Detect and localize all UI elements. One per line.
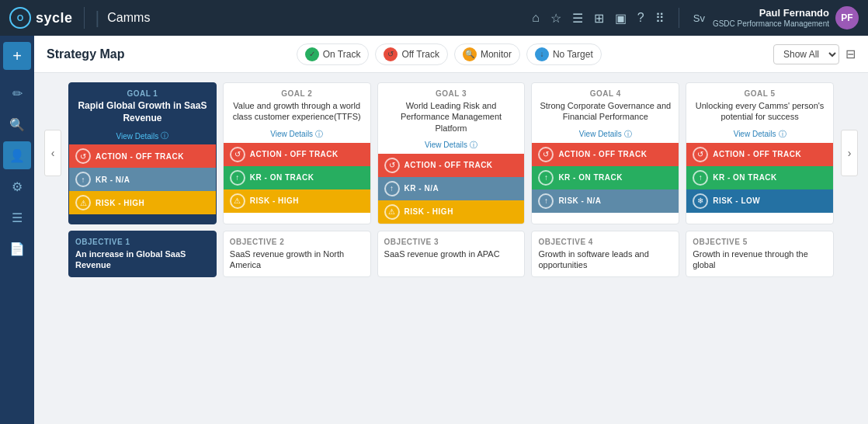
user-subtitle: GSDC Performance Management: [713, 19, 829, 29]
logo-circle: O: [9, 7, 31, 29]
goal-5-kr-text: KR - ON TRACK: [713, 173, 777, 182]
goal-1-risk-status[interactable]: ⚠ RISK - HIGH: [69, 191, 216, 214]
goal-3-info-icon: ⓘ: [470, 140, 477, 151]
goal-3-kr-status[interactable]: ↑ KR - N/A: [378, 177, 525, 200]
goal-2-action-status[interactable]: ↺ ACTION - OFF TRACK: [224, 143, 370, 166]
nav-icon-group: ⌂ ☆ ☰ ⊞ ▣ ? ⠿ Sv: [532, 8, 705, 28]
sidebar-item-edit[interactable]: ✏: [3, 79, 31, 107]
goals-row: ‹ GOAL 1 Rapid Global Growth in SaaS Rev…: [43, 82, 859, 224]
goal-5-action-icon: ↺: [693, 147, 708, 162]
goal-3-label: GOAL 3: [384, 89, 519, 98]
goal-3-view-details[interactable]: View Details ⓘ: [378, 137, 525, 154]
goal-5-statuses: ↺ ACTION - OFF TRACK ↑ KR - ON TRACK ❄ R…: [686, 143, 833, 213]
goal-4-header: GOAL 4 Strong Corporate Governance and F…: [532, 83, 679, 126]
brand-name: sycle: [36, 10, 73, 26]
goal-1-view-details[interactable]: View Details ⓘ: [69, 127, 216, 144]
goal-4-kr-icon: ↑: [538, 170, 554, 186]
goal-1-action-icon: ↺: [75, 148, 91, 164]
home-icon[interactable]: ⌂: [532, 11, 540, 25]
goal-4-view-details-text: View Details: [579, 130, 622, 138]
apps-icon[interactable]: ⠿: [655, 11, 665, 26]
goal-2-kr-status[interactable]: ↑ KR - ON TRACK: [224, 166, 370, 189]
monitor-badge[interactable]: 🔍 Monitor: [454, 43, 520, 65]
goal-5-risk-status[interactable]: ❄ RISK - LOW: [686, 189, 833, 213]
sidebar-item-list[interactable]: ☰: [3, 203, 31, 231]
goal-5-view-details[interactable]: View Details ⓘ: [686, 126, 833, 143]
objective-card-5[interactable]: OBJECTIVE 5 Growth in revenue through th…: [686, 231, 834, 278]
avatar[interactable]: PF: [835, 6, 859, 30]
left-arrow-button[interactable]: ‹: [44, 130, 61, 176]
obj-3-label: OBJECTIVE 3: [384, 238, 519, 246]
help-icon[interactable]: ?: [637, 11, 644, 25]
app-logo[interactable]: O sycle: [9, 7, 85, 29]
page-title: Strategy Map: [47, 47, 124, 61]
goal-4-info-icon: ⓘ: [624, 129, 632, 140]
goal-4-action-text: ACTION - OFF TRACK: [558, 150, 647, 158]
menu-icon[interactable]: ☰: [572, 11, 583, 26]
goal-2-risk-icon: ⚠: [230, 193, 245, 209]
goal-3-kr-icon: ↑: [384, 181, 400, 196]
sidebar-item-document[interactable]: 📄: [3, 235, 31, 262]
right-arrow-button[interactable]: ›: [841, 130, 858, 176]
goal-2-view-details[interactable]: View Details ⓘ: [224, 126, 370, 143]
goal-4-action-status[interactable]: ↺ ACTION - OFF TRACK: [532, 143, 679, 166]
obj-5-title: Growth in revenue through the global: [693, 248, 827, 271]
right-arrow-area: ›: [840, 82, 859, 224]
sidebar-item-user[interactable]: 👤: [3, 141, 31, 169]
goal-4-kr-status[interactable]: ↑ KR - ON TRACK: [532, 166, 679, 189]
goal-3-risk-icon: ⚠: [384, 204, 400, 220]
goal-1-kr-icon: ↑: [75, 172, 91, 187]
filter-button[interactable]: ⊟: [845, 47, 856, 61]
goal-2-header: GOAL 2 Value and growth through a world …: [224, 83, 370, 126]
obj-right-spacer: [840, 231, 859, 278]
goal-4-risk-icon: ↑: [538, 193, 554, 209]
nav-divider-pipe: |: [95, 8, 100, 28]
star-icon[interactable]: ☆: [550, 11, 561, 26]
on-track-badge[interactable]: ✓ On Track: [297, 43, 370, 65]
goal-4-view-details[interactable]: View Details ⓘ: [532, 126, 679, 143]
goal-1-risk-text: RISK - HIGH: [95, 199, 144, 207]
goal-3-kr-text: KR - N/A: [404, 184, 439, 193]
objective-card-1[interactable]: OBJECTIVE 1 An increase in Global SaaS R…: [68, 231, 217, 278]
goal-5-title: Unlocking every Camms' person's potentia…: [693, 100, 827, 123]
goal-1-action-status[interactable]: ↺ ACTION - OFF TRACK: [69, 144, 216, 168]
obj-4-title: Growth in software leads and opportuniti…: [538, 248, 672, 271]
off-track-icon: ↺: [384, 47, 398, 61]
goal-4-risk-status[interactable]: ↑ RISK - N/A: [532, 189, 679, 213]
goal-3-risk-status[interactable]: ⚠ RISK - HIGH: [378, 200, 525, 224]
on-track-icon: ✓: [305, 47, 319, 61]
user-switcher[interactable]: Sv: [693, 12, 705, 24]
goal-card-5: GOAL 5 Unlocking every Camms' person's p…: [686, 82, 834, 224]
show-all-dropdown[interactable]: Show All: [773, 44, 839, 64]
goal-2-risk-text: RISK - HIGH: [250, 196, 299, 205]
off-track-badge[interactable]: ↺ Off Track: [375, 43, 447, 65]
grid-icon[interactable]: ⊞: [594, 11, 604, 26]
goal-1-kr-status[interactable]: ↑ KR - N/A: [69, 168, 216, 191]
goal-2-action-icon: ↺: [230, 147, 245, 162]
header-right-controls: Show All ⊟: [773, 44, 856, 64]
goal-card-3: GOAL 3 World Leading Risk and Performanc…: [377, 82, 526, 224]
sidebar: + ✏ 🔍 👤 ⚙ ☰ 📄: [0, 36, 34, 424]
goal-2-risk-status[interactable]: ⚠ RISK - HIGH: [224, 189, 370, 213]
goal-3-action-status[interactable]: ↺ ACTION - OFF TRACK: [378, 154, 525, 177]
goal-5-kr-status[interactable]: ↑ KR - ON TRACK: [686, 166, 833, 189]
no-target-badge[interactable]: ↓ No Target: [526, 43, 602, 65]
sidebar-add-button[interactable]: +: [3, 42, 31, 70]
monitor-icon[interactable]: ▣: [615, 11, 627, 26]
obj-2-title: SaaS revenue growth in North America: [230, 248, 364, 271]
objective-card-2[interactable]: OBJECTIVE 2 SaaS revenue growth in North…: [223, 231, 371, 278]
goal-5-action-status[interactable]: ↺ ACTION - OFF TRACK: [686, 143, 833, 166]
main-content: Strategy Map ✓ On Track ↺ Off Track 🔍 Mo…: [34, 36, 868, 424]
goal-3-action-icon: ↺: [384, 158, 400, 173]
strategy-map-content: ‹ GOAL 1 Rapid Global Growth in SaaS Rev…: [34, 73, 868, 424]
no-target-icon: ↓: [535, 47, 549, 61]
app-name: Camms: [107, 11, 532, 25]
objective-card-4[interactable]: OBJECTIVE 4 Growth in software leads and…: [531, 231, 679, 278]
goal-5-risk-icon: ❄: [693, 193, 708, 209]
sidebar-item-settings[interactable]: ⚙: [3, 172, 31, 200]
goal-5-label: GOAL 5: [693, 89, 827, 98]
user-profile-area: Paul Fernando GSDC Performance Managemen…: [713, 6, 859, 30]
sidebar-item-search[interactable]: 🔍: [3, 110, 31, 138]
goal-1-view-details-text: View Details: [116, 132, 158, 141]
objective-card-3[interactable]: OBJECTIVE 3 SaaS revenue growth in APAC: [377, 231, 526, 278]
